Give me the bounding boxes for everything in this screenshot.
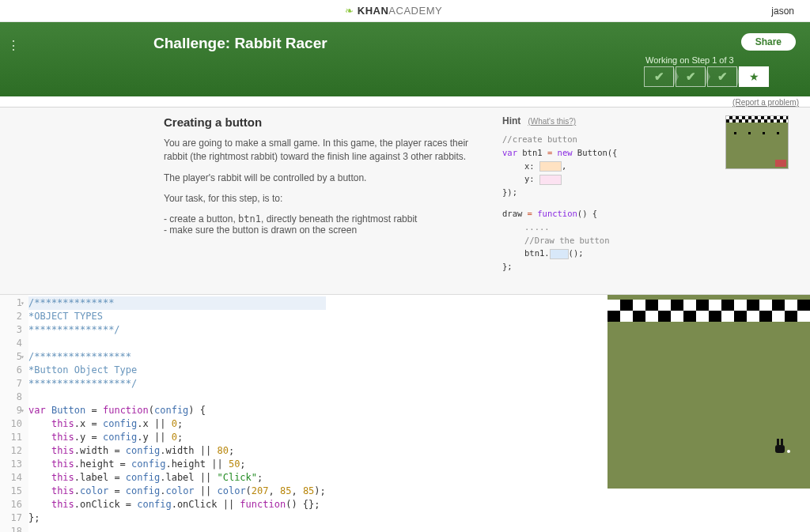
challenge-header: ⋮ Challenge: Rabbit Racer Share Working … [0, 22, 810, 96]
finish-line-icon [608, 300, 810, 322]
instruction-p3: Your task, for this step, is to: [164, 192, 485, 206]
check-icon: ✔ [686, 70, 696, 84]
check-icon: ✔ [717, 70, 728, 84]
leaf-icon: ❧ [345, 5, 354, 17]
hint-title: Hint [502, 115, 520, 126]
instruction-p2: The player's rabbit will be controlled b… [164, 172, 485, 185]
hint-blank-method [550, 249, 569, 259]
workspace: 123456789101112131415161718192021 /*****… [0, 294, 810, 532]
logo-light: ACADEMY [388, 5, 442, 17]
instr-li2: make sure the button is drawn on the scr… [164, 224, 485, 236]
preview-column [725, 115, 789, 274]
preview-thumbnail [725, 115, 789, 169]
report-problem-link[interactable]: (Report a problem) [732, 98, 799, 107]
step-progress: ✔ ✔ ✔ ★ [644, 66, 769, 87]
instruction-panel: Creating a button You are going to make … [0, 107, 810, 294]
line-gutter: 123456789101112131415161718192021 [0, 295, 28, 532]
step-2[interactable]: ✔ [676, 66, 706, 87]
report-problem-row: (Report a problem) [0, 96, 810, 107]
step-label: Working on Step 1 of 3 [645, 55, 734, 65]
kebab-menu-icon[interactable]: ⋮ [0, 33, 27, 53]
preview-button-icon [775, 160, 786, 167]
logo-bold: KHAN [358, 5, 389, 17]
challenge-title: Challenge: Rabbit Racer [153, 33, 644, 63]
output-column [608, 295, 810, 532]
rabbit-icon [777, 132, 779, 134]
rabbit-icon [748, 132, 751, 134]
top-bar: ❧ KHANACADEMY jason [0, 0, 810, 22]
hint-blank-x [539, 161, 562, 172]
step-3[interactable]: ✔ [707, 66, 737, 87]
instruction-p1: You are going to make a small game. In t… [164, 137, 485, 164]
rabbit-icon [734, 132, 736, 134]
hint-blank-y [539, 175, 562, 185]
hint-whats-link[interactable]: (What's this?) [528, 117, 576, 126]
finish-line-icon [726, 116, 788, 123]
instructions: Creating a button You are going to make … [164, 115, 485, 274]
hint-code: //create button var btn1 = new Button({ … [502, 133, 708, 274]
share-button[interactable]: Share [741, 33, 796, 51]
instr-li1: create a button, btn1, directly beneath … [164, 213, 485, 224]
hint-panel: Hint (What's this?) //create button var … [502, 115, 708, 274]
check-icon: ✔ [654, 70, 664, 84]
output-canvas[interactable] [608, 295, 810, 489]
code-editor[interactable]: 123456789101112131415161718192021 /*****… [0, 295, 608, 532]
step-final[interactable]: ★ [739, 66, 769, 87]
rabbit-icon [763, 132, 765, 134]
logo[interactable]: ❧ KHANACADEMY [16, 5, 771, 17]
code-body[interactable]: /***************OBJECT TYPES************… [28, 295, 326, 532]
rabbit-icon [775, 439, 786, 453]
star-icon: ★ [749, 70, 759, 83]
rabbit-tail-icon [787, 450, 790, 453]
instruction-heading: Creating a button [164, 115, 485, 129]
user-menu[interactable]: jason [771, 6, 794, 17]
step-1[interactable]: ✔ [644, 66, 674, 87]
